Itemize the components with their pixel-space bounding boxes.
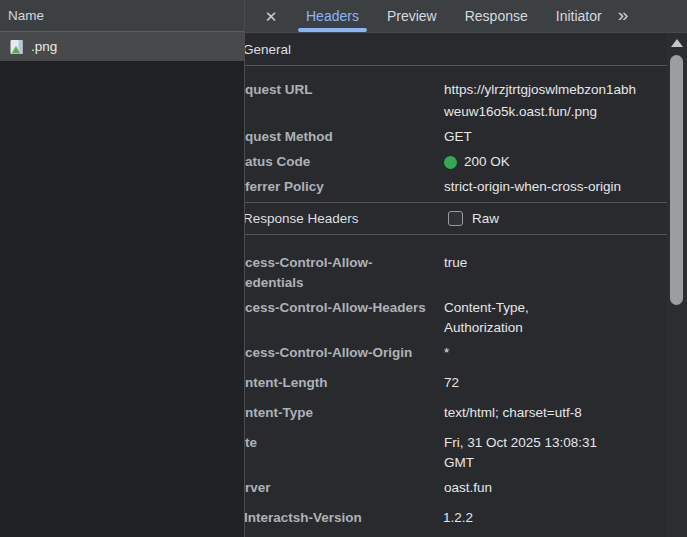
scrollbar-up-icon[interactable] xyxy=(671,39,683,47)
vertical-scrollbar[interactable] xyxy=(667,33,687,537)
detail-tabs: Headers Preview Response Initiator xyxy=(292,0,616,32)
header-name: ferrer Policy xyxy=(245,176,444,198)
request-list-panel: Name .png xyxy=(0,0,244,537)
general-rows: quest URL https://ylrzjtrtgjoswlmebzon1a… xyxy=(245,66,667,198)
header-row-content-length: ntent-Length 72 xyxy=(245,373,667,393)
request-detail-panel: ✕ Headers Preview Response Initiator » xyxy=(244,0,687,537)
header-row-referrer-policy: ferrer Policy strict-origin-when-cross-o… xyxy=(245,176,667,198)
header-value: true xyxy=(444,253,667,293)
request-row-png[interactable]: .png xyxy=(0,32,244,61)
tab-initiator[interactable]: Initiator xyxy=(542,0,616,32)
header-value: Fri, 31 Oct 2025 13:08:31 GMT xyxy=(444,433,667,473)
name-column-label: Name xyxy=(8,8,44,23)
close-icon[interactable]: ✕ xyxy=(262,9,280,24)
header-name: quest URL xyxy=(245,79,444,123)
header-name: ntent-Length xyxy=(245,373,444,393)
header-name: Interactsh-Version xyxy=(244,508,443,528)
more-tabs-icon[interactable]: » xyxy=(618,5,629,27)
header-value: 200 OK xyxy=(444,151,667,173)
header-row-status-code: atus Code 200 OK xyxy=(245,151,667,173)
detail-tabbar: ✕ Headers Preview Response Initiator » xyxy=(245,0,687,33)
tab-preview[interactable]: Preview xyxy=(373,0,451,32)
image-file-icon xyxy=(9,39,24,55)
response-headers-title: Response Headers xyxy=(244,209,444,229)
header-row-request-url: quest URL https://ylrzjtrtgjoswlmebzon1a… xyxy=(245,79,667,123)
raw-toggle[interactable]: Raw xyxy=(444,211,499,226)
header-row-request-method: quest Method GET xyxy=(245,126,667,148)
header-name: rver xyxy=(245,478,444,498)
header-value: https://ylrzjtrtgjoswlmebzon1abh weuw16o… xyxy=(444,79,667,123)
tab-response[interactable]: Response xyxy=(451,0,542,32)
headers-content: General quest URL https://ylrzjtrtgjoswl… xyxy=(245,33,667,537)
header-name: ntent-Type xyxy=(245,403,444,423)
header-name: cess-Control-Allow- edentials xyxy=(245,253,444,293)
header-row-interactsh-version: Interactsh-Version 1.2.2 xyxy=(245,508,667,528)
request-row-label: .png xyxy=(31,39,57,54)
header-value: * xyxy=(444,343,667,363)
header-value: oast.fun xyxy=(444,478,667,498)
header-value: strict-origin-when-cross-origin xyxy=(444,176,667,198)
general-section-title: General xyxy=(244,40,667,60)
status-text: 200 OK xyxy=(464,151,510,173)
header-row-date: te Fri, 31 Oct 2025 13:08:31 GMT xyxy=(245,433,667,473)
header-value: GET xyxy=(444,126,667,148)
header-row-acac: cess-Control-Allow- edentials true xyxy=(245,253,667,293)
response-header-rows: cess-Control-Allow- edentials true cess-… xyxy=(245,235,667,528)
raw-checkbox[interactable] xyxy=(448,211,463,226)
raw-label: Raw xyxy=(472,211,499,226)
devtools-network-panel: Name .png ✕ Headers Preview xyxy=(0,0,687,537)
response-headers-section-header: Response Headers Raw xyxy=(245,203,667,234)
active-tab-underline xyxy=(298,28,367,32)
header-value: text/html; charset=utf-8 xyxy=(444,403,667,423)
header-name: te xyxy=(245,433,444,473)
header-value: 72 xyxy=(444,373,667,393)
header-value: Content-Type, Authorization xyxy=(444,298,667,338)
scrollbar-thumb[interactable] xyxy=(670,55,683,305)
header-row-server: rver oast.fun xyxy=(245,478,667,498)
header-name: cess-Control-Allow-Headers xyxy=(245,298,444,338)
header-value: 1.2.2 xyxy=(443,508,667,528)
status-dot xyxy=(444,156,457,169)
name-column-header[interactable]: Name xyxy=(0,0,244,32)
header-name: atus Code xyxy=(245,151,444,173)
header-row-content-type: ntent-Type text/html; charset=utf-8 xyxy=(245,403,667,423)
header-row-acao: cess-Control-Allow-Origin * xyxy=(245,343,667,363)
header-row-acah: cess-Control-Allow-Headers Content-Type,… xyxy=(245,298,667,338)
tab-headers[interactable]: Headers xyxy=(292,0,373,32)
header-name: quest Method xyxy=(245,126,444,148)
header-name: cess-Control-Allow-Origin xyxy=(245,343,444,363)
